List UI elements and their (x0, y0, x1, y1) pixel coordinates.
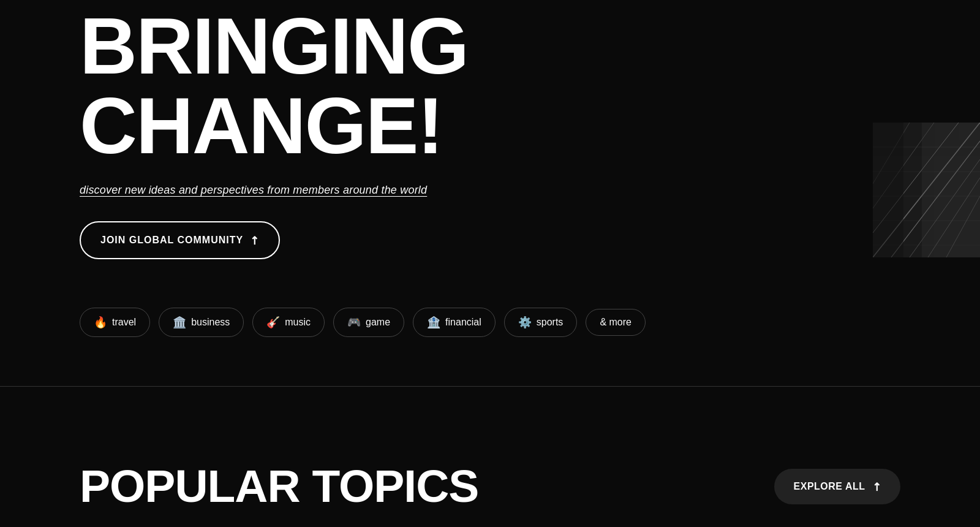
sports-emoji: ⚙️ (518, 316, 532, 329)
hero-title-line1: BRINGING (80, 1, 468, 91)
business-label: business (191, 317, 230, 328)
bottom-section: POPULAR TOPICS EXPLORE ALL ↗ (0, 387, 980, 527)
hero-image-inner (873, 123, 980, 257)
tag-sports[interactable]: ⚙️ sports (504, 308, 578, 337)
hero-title: BRINGING CHANGE! (80, 6, 900, 165)
architectural-svg (873, 123, 980, 257)
financial-emoji: 🏦 (427, 316, 440, 329)
travel-label: travel (112, 317, 136, 328)
cta-label: JOIN GLOBAL COMMUNITY (100, 235, 243, 246)
explore-all-label: EXPLORE ALL (794, 481, 865, 492)
tag-game[interactable]: 🎮 game (333, 308, 404, 337)
sports-label: sports (537, 317, 564, 328)
popular-topics-title: POPULAR TOPICS (80, 463, 478, 509)
svg-rect-15 (922, 123, 980, 257)
tag-travel[interactable]: 🔥 travel (80, 308, 150, 337)
business-emoji: 🏛️ (173, 316, 186, 329)
hero-subtitle: discover new ideas and perspectives from… (80, 184, 900, 197)
tags-section: 🔥 travel 🏛️ business 🎸 music 🎮 game 🏦 fi… (80, 308, 646, 337)
game-emoji: 🎮 (347, 316, 361, 329)
more-label: & more (600, 317, 631, 328)
svg-rect-14 (873, 123, 903, 257)
tag-business[interactable]: 🏛️ business (159, 308, 244, 337)
arrow-icon: ↗ (246, 232, 263, 249)
hero-image (873, 123, 980, 257)
explore-arrow-icon: ↗ (868, 479, 884, 495)
page-wrapper: BRINGING CHANGE! discover new ideas and … (0, 0, 980, 527)
explore-all-button[interactable]: EXPLORE ALL ↗ (774, 469, 900, 504)
game-label: game (366, 317, 390, 328)
hero-title-line2: CHANGE! (80, 81, 443, 170)
tag-music[interactable]: 🎸 music (252, 308, 325, 337)
travel-emoji: 🔥 (94, 316, 107, 329)
join-community-button[interactable]: JOIN GLOBAL COMMUNITY ↗ (80, 221, 280, 259)
tag-more[interactable]: & more (586, 309, 646, 336)
music-emoji: 🎸 (266, 316, 280, 329)
music-label: music (285, 317, 311, 328)
financial-label: financial (445, 317, 481, 328)
tag-financial[interactable]: 🏦 financial (413, 308, 496, 337)
hero-section: BRINGING CHANGE! discover new ideas and … (0, 0, 980, 386)
